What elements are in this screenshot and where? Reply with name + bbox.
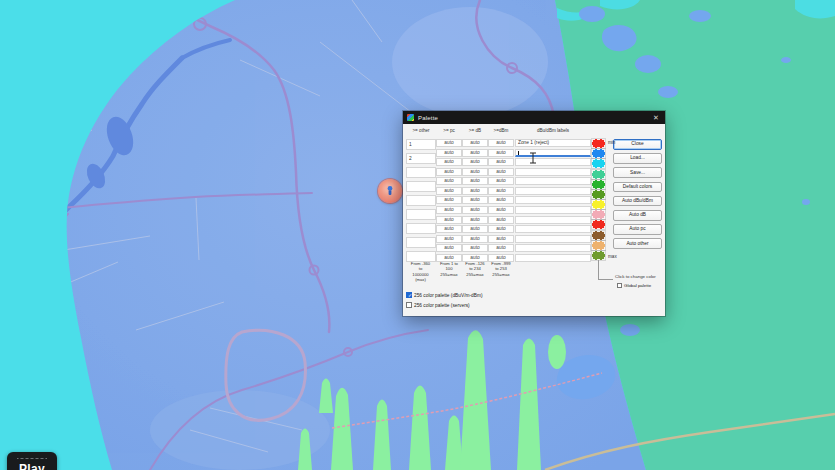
label-field[interactable]: Zone 1 (reject) [515,139,591,147]
pc-field[interactable]: auto [436,177,462,185]
other-field[interactable] [406,195,436,206]
color-swatch[interactable] [592,251,605,260]
db-field[interactable]: auto [462,158,488,166]
site-marker[interactable] [378,179,402,203]
pc-field[interactable]: auto [436,235,462,243]
db-field[interactable]: auto [462,187,488,195]
color-swatch[interactable] [592,149,605,158]
range-db: From -126 to 234 255=max [462,261,488,277]
label-field[interactable] [515,196,591,204]
other-field[interactable] [406,209,436,220]
db-field[interactable]: auto [462,168,488,176]
color-swatch[interactable] [592,210,605,219]
palette-button-auto-dbu-dbm[interactable]: Auto dBu/dBm [613,196,662,207]
other-field[interactable] [406,181,436,192]
palette-button-save[interactable]: Save... [613,167,662,178]
pc-field[interactable]: auto [436,158,462,166]
header-other: >= other [405,128,437,135]
label-field[interactable] [515,225,591,233]
dbm-field[interactable]: auto [488,235,514,243]
dbm-field[interactable]: auto [488,206,514,214]
max-label: max [608,254,617,259]
db-field[interactable]: auto [462,196,488,204]
db-field[interactable]: auto [462,235,488,243]
label-field[interactable] [515,168,591,176]
other-column: 12 [406,139,436,262]
db-field[interactable]: auto [462,225,488,233]
other-field[interactable]: 2 [406,153,436,164]
palette-mode-dbuv-checkbox[interactable]: 256 color palette (dBuV/m-dBm) [406,292,483,298]
header-labels: dBu/dBm labels [515,128,591,135]
palette-button-default-colors[interactable]: Default colors [613,182,662,193]
palette-button-auto-other[interactable]: Auto other [613,238,662,249]
palette-mode-servers-checkbox[interactable]: 256 color palette (servers) [406,302,470,308]
color-swatch[interactable] [592,241,605,250]
pc-field[interactable]: auto [436,225,462,233]
pc-field[interactable]: auto [436,216,462,224]
db-field[interactable]: auto [462,139,488,147]
color-swatch[interactable] [592,190,605,199]
label-field[interactable] [515,187,591,195]
color-swatch[interactable] [592,200,605,209]
db-field[interactable]: auto [462,177,488,185]
other-field[interactable] [406,223,436,234]
other-field[interactable]: 1 [406,139,436,150]
label-field[interactable] [515,177,591,185]
dbm-field[interactable]: auto [488,187,514,195]
header-pc: >= pc [436,128,462,135]
label-field[interactable] [515,216,591,224]
dbm-column: autoautoautoautoautoautoautoautoautoauto… [488,139,514,262]
swatch-connector-line [598,260,613,280]
pc-field[interactable]: auto [436,187,462,195]
palette-button-auto-db[interactable]: Auto dB [613,210,662,221]
pc-field[interactable]: auto [436,139,462,147]
dbm-field[interactable]: auto [488,196,514,204]
global-palette-checkbox[interactable]: Global palette [617,283,651,288]
db-field[interactable]: auto [462,206,488,214]
pc-field[interactable]: auto [436,244,462,252]
range-dbm: From -999 to 253 255=max [488,261,514,277]
labels-column: Zone 1 (reject) [515,139,591,262]
dbm-field[interactable]: auto [488,168,514,176]
drag-dots-icon [17,457,47,460]
dbm-field[interactable]: auto [488,139,514,147]
pc-field[interactable]: auto [436,149,462,157]
label-field[interactable] [515,244,591,252]
palette-button-auto-pc[interactable]: Auto pc [613,224,662,235]
other-field[interactable] [406,237,436,248]
dbm-field[interactable]: auto [488,244,514,252]
label-field[interactable] [515,206,591,214]
play-button[interactable]: Play [7,452,57,470]
db-field[interactable]: auto [462,216,488,224]
close-icon[interactable]: ✕ [647,111,665,124]
color-swatch[interactable] [592,139,605,148]
palette-button-close[interactable]: Close [613,139,662,150]
dbm-field[interactable]: auto [488,158,514,166]
color-swatch[interactable] [592,159,605,168]
label-field[interactable] [515,254,591,262]
label-field[interactable] [515,149,591,157]
palette-button-load[interactable]: Load... [613,153,662,164]
dialog-titlebar[interactable]: Palette ✕ [403,111,665,124]
pc-field[interactable]: auto [436,196,462,204]
dbm-field[interactable]: auto [488,216,514,224]
label-field[interactable] [515,235,591,243]
db-field[interactable]: auto [462,244,488,252]
color-swatch[interactable] [592,180,605,189]
dbm-field[interactable]: auto [488,177,514,185]
header-dbm: >=dBm [488,128,514,135]
db-field[interactable]: auto [462,149,488,157]
other-field[interactable] [406,167,436,178]
palette-dialog: Palette ✕ >= other >= pc >= dB >=dBm dBu… [403,111,665,316]
palette-app-icon [407,114,414,121]
dialog-title: Palette [418,115,438,121]
color-swatch[interactable] [592,220,605,229]
color-swatch[interactable] [592,170,605,179]
dbm-field[interactable]: auto [488,149,514,157]
dbm-field[interactable]: auto [488,225,514,233]
color-swatch[interactable] [592,231,605,240]
pc-field[interactable]: auto [436,206,462,214]
range-pc: From 1 to 100 255=max [436,261,462,277]
label-field[interactable] [515,158,591,166]
pc-field[interactable]: auto [436,168,462,176]
